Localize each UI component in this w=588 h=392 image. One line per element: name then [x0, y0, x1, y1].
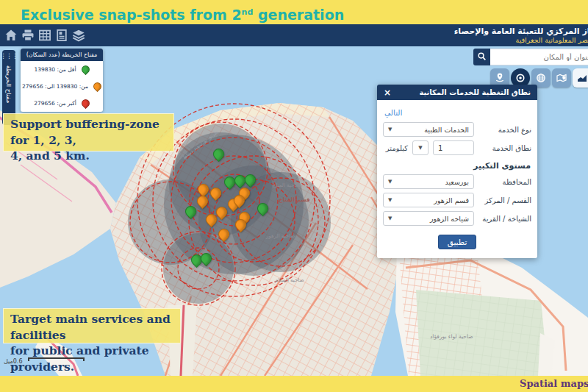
drag-handle-icon: ⋮⋮⋮: [0, 52, 18, 60]
service-range-stepper[interactable]: ▼: [412, 140, 429, 155]
zoom-level-section-label: مستوى التكبير: [384, 161, 531, 171]
legend-title: مفتاح الخريطة (عدد السكان): [21, 49, 103, 61]
chevron-down-icon: ▼: [388, 179, 392, 185]
search-button[interactable]: [473, 49, 490, 65]
footer-caption: Spatial maps of census 2017: [520, 376, 588, 392]
banner-title-main: Exclusive snap-shots from 2: [21, 7, 242, 23]
close-icon[interactable]: ×: [384, 88, 391, 97]
bottom-bar: Spatial maps of census 2017: [0, 376, 588, 392]
banner-title: Exclusive snap-shots from 2nd generation: [21, 0, 344, 27]
service-type-label: نوع الخدمة: [478, 126, 531, 134]
village-value: شياخه الزهور: [430, 215, 469, 223]
service-range-unit: كيلومتر: [386, 144, 408, 152]
table-icon[interactable]: [38, 29, 51, 42]
district-label: القسم / المركز: [478, 196, 531, 204]
top-banner: Exclusive snap-shots from 2nd generation: [0, 0, 588, 24]
search-icon: [477, 50, 487, 64]
service-range-label: نطاق الخدمة: [478, 144, 531, 152]
banner-title-sup: nd: [242, 7, 254, 17]
legend-item-label: أقل من: 139830: [35, 66, 76, 73]
app-header: الجهاز المركزي للتعبئة العامة والإحصاء ب…: [0, 24, 588, 46]
dialog-header: نطاق التغطية للخدمات المكانية ×: [377, 85, 537, 100]
chevron-down-icon: ▼: [418, 145, 422, 151]
dialog-body: التالي نوع الخدمة الخدمات الطبية ▼ نطاق …: [377, 100, 537, 258]
annotation-buffering: Support buffering-zone for 1, 2, 3, 4, a…: [3, 113, 174, 152]
locate-on-map-button[interactable]: [552, 68, 571, 88]
coverage-dialog: نطاق التغطية للخدمات المكانية × التالي ن…: [377, 85, 537, 258]
legend-item-label: أكبر من: 279656: [34, 100, 76, 107]
service-type-row: نوع الخدمة الخدمات الطبية ▼: [383, 122, 531, 137]
toolbar: [4, 29, 85, 42]
agency-name: الجهاز المركزي للتعبئة العامة والإحصاء: [454, 26, 588, 36]
village-row: الشياخة / القرية شياخه الزهور ▼: [383, 211, 531, 226]
legend-pin-icon: [79, 64, 91, 76]
legend-pin-icon: [92, 81, 104, 93]
governorate-label: المحافظة: [478, 178, 531, 186]
printer-icon[interactable]: [21, 29, 35, 42]
dialog-title: نطاق التغطية للخدمات المكانية: [419, 88, 531, 96]
village-label: الشياخة / القرية: [478, 215, 531, 223]
legend-pin-icon: [80, 98, 92, 110]
legend-item: أقل من: 139830: [21, 61, 103, 78]
district-value: قسم الزهور: [434, 196, 469, 204]
service-range-row: نطاق الخدمة ▼ كيلومتر: [383, 140, 531, 155]
governorate-value: بورسعيد: [445, 178, 469, 186]
search-bar: [473, 49, 588, 65]
district-select[interactable]: قسم الزهور ▼: [383, 193, 474, 207]
chevron-down-icon: ▼: [388, 126, 392, 132]
legend-item: أكبر من: 279656: [21, 95, 103, 112]
service-range-input[interactable]: [433, 140, 474, 155]
legend-item: من: 139830 الى: 279656: [21, 78, 103, 95]
district-row: القسم / المركز قسم الزهور ▼: [383, 193, 531, 207]
governorate-row: المحافظة بورسعيد ▼: [383, 174, 531, 189]
governorate-select[interactable]: بورسعيد ▼: [383, 174, 474, 189]
chevron-down-icon: ▼: [388, 197, 392, 203]
chevron-down-icon: ▼: [388, 215, 392, 221]
legend-item-label: من: 139830 الى: 279656: [22, 83, 88, 90]
legend-items: أقل من: 139830من: 139830 الى: 279656أكبر…: [21, 61, 103, 112]
search-input[interactable]: [490, 49, 588, 65]
app-window: Exclusive snap-shots from 2nd generation…: [0, 0, 588, 392]
legend-side-tab-label: مفتاح الخريطة: [5, 65, 12, 103]
apply-button[interactable]: تطبيق: [438, 235, 477, 249]
report-icon[interactable]: [55, 29, 68, 42]
portal-name: بوابة مصر المعلوماتية الجغرافية: [454, 36, 588, 45]
next-link[interactable]: التالي: [384, 108, 402, 117]
banner-title-rest: generation: [253, 7, 344, 23]
statistics-chart-button[interactable]: [573, 68, 588, 88]
annotation-target: Target main services and facilities for …: [3, 308, 181, 343]
layers-icon[interactable]: [72, 29, 85, 42]
service-type-value: الخدمات الطبية: [424, 126, 469, 134]
agency-title: الجهاز المركزي للتعبئة العامة والإحصاء ب…: [454, 26, 588, 45]
village-select[interactable]: شياخه الزهور ▼: [383, 211, 474, 226]
legend-panel: مفتاح الخريطة (عدد السكان) أقل من: 13983…: [21, 49, 103, 112]
home-icon[interactable]: [4, 29, 18, 42]
service-type-select[interactable]: الخدمات الطبية ▼: [383, 122, 474, 137]
